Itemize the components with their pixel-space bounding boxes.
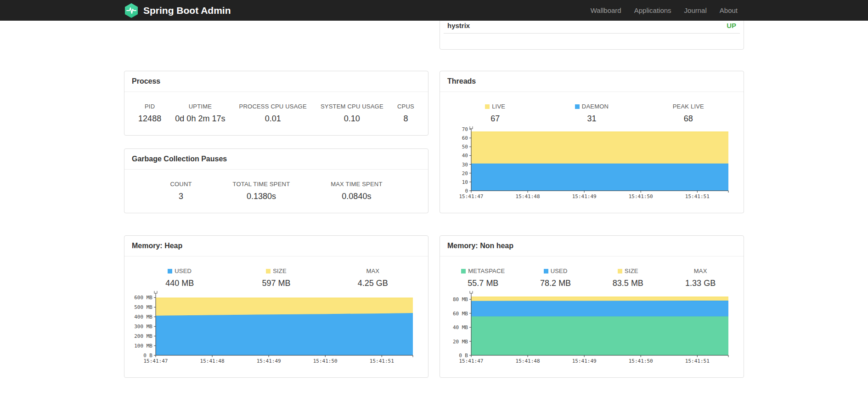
memory-nonheap-panel-title: Memory: Non heap — [440, 236, 744, 256]
svg-text:600 MB: 600 MB — [134, 295, 152, 301]
gc-panel-title: Garbage Collection Pauses — [124, 149, 428, 170]
top-navbar: Spring Boot Admin Wallboard Applications… — [0, 0, 868, 21]
svg-text:40 MB: 40 MB — [452, 325, 468, 330]
metric-process-cpu-usage: PROCESS CPU USAGE 0.01 — [239, 103, 307, 124]
metric-gc-max-time: MAX TIME SPENT 0.0840s — [331, 181, 382, 201]
metric-value: 3 — [170, 192, 192, 201]
metric-value: 8 — [397, 114, 414, 124]
svg-text:15:41:51: 15:41:51 — [369, 358, 394, 364]
svg-text:60 MB: 60 MB — [452, 311, 468, 317]
svg-text:15:41:48: 15:41:48 — [515, 194, 540, 199]
content-area: Process PID 12488 UPTIME 0d 0h 2m 17s PR… — [124, 0, 744, 378]
svg-text:15:41:51: 15:41:51 — [685, 358, 709, 364]
svg-text:15:41:48: 15:41:48 — [515, 358, 540, 364]
nav-links: Wallboard Applications Journal About — [584, 0, 744, 21]
svg-text:20: 20 — [462, 171, 468, 177]
garbage-collection-panel: Garbage Collection Pauses COUNT 3 TOTAL … — [124, 148, 428, 213]
svg-text:100 MB: 100 MB — [134, 343, 152, 349]
live-swatch — [485, 104, 490, 109]
svg-text:15:41:47: 15:41:47 — [459, 358, 483, 364]
svg-text:80 MB: 80 MB — [452, 296, 468, 302]
metric-heap-used: USED 440 MB — [131, 268, 228, 288]
size-swatch — [618, 269, 622, 273]
brand-title: Spring Boot Admin — [143, 5, 231, 16]
memory-nonheap-legend: METASPACE 55.7 MB USED 78.2 MB SIZE 83.5… — [440, 256, 744, 288]
spring-boot-admin-logo-icon — [124, 3, 139, 18]
used-swatch — [168, 269, 172, 273]
process-panel-title: Process — [124, 71, 428, 92]
metric-nonheap-size: SIZE 83.5 MB — [592, 268, 665, 288]
svg-text:15:41:51: 15:41:51 — [685, 194, 709, 199]
svg-text:10: 10 — [462, 179, 468, 185]
metric-value: 0.0840s — [331, 192, 382, 201]
svg-text:15:41:49: 15:41:49 — [572, 194, 596, 199]
svg-text:200 MB: 200 MB — [134, 333, 152, 339]
svg-text:500 MB: 500 MB — [134, 304, 152, 310]
metric-value: 78.2 MB — [519, 279, 592, 288]
svg-text:15:41:47: 15:41:47 — [459, 194, 483, 199]
metric-label: MAX — [664, 268, 737, 274]
memory-heap-panel: Memory: Heap USED 440 MB SIZE 597 MB MAX… — [124, 235, 428, 378]
metric-label: CPUS — [397, 103, 414, 110]
brand-link[interactable]: Spring Boot Admin — [124, 3, 231, 18]
memory-nonheap-panel: Memory: Non heap METASPACE 55.7 MB USED … — [440, 235, 744, 378]
metric-label: PROCESS CPU USAGE — [239, 103, 307, 110]
memory-nonheap-chart: 0 B20 MB40 MB60 MB80 MB15:41:4715:41:481… — [447, 291, 737, 364]
svg-text:60: 60 — [462, 135, 468, 141]
svg-text:15:41:50: 15:41:50 — [628, 194, 653, 199]
metric-label: SIZE — [228, 268, 324, 274]
metric-value: 597 MB — [228, 279, 324, 288]
metric-threads-peak-live: PEAK LIVE 68 — [640, 103, 737, 124]
daemon-swatch — [575, 104, 580, 109]
metric-value: 440 MB — [131, 279, 228, 288]
svg-text:15:41:47: 15:41:47 — [143, 358, 168, 364]
metric-gc-count: COUNT 3 — [170, 181, 192, 201]
memory-heap-legend: USED 440 MB SIZE 597 MB MAX 4.25 GB — [124, 256, 428, 288]
health-status-badge: UP — [727, 22, 736, 29]
metric-heap-size: SIZE 597 MB — [228, 268, 324, 288]
metric-pid: PID 12488 — [138, 103, 161, 124]
svg-text:50: 50 — [462, 144, 468, 150]
metric-uptime: UPTIME 0d 0h 2m 17s — [175, 103, 225, 124]
metric-value: 0d 0h 2m 17s — [175, 114, 225, 124]
svg-text:20 MB: 20 MB — [452, 339, 468, 345]
metric-threads-live: LIVE 67 — [447, 103, 543, 124]
gc-metrics: COUNT 3 TOTAL TIME SPENT 0.1380s MAX TIM… — [124, 170, 428, 201]
metric-value: 1.33 GB — [664, 279, 737, 288]
navbar-inner: Spring Boot Admin Wallboard Applications… — [124, 0, 744, 21]
metric-value: 0.10 — [321, 114, 383, 124]
metric-value: 55.7 MB — [447, 279, 519, 288]
metric-label: SYSTEM CPU USAGE — [321, 103, 383, 110]
metric-label: METASPACE — [447, 268, 519, 274]
metaspace-swatch — [461, 269, 466, 273]
svg-text:40: 40 — [462, 153, 468, 159]
metric-label: MAX TIME SPENT — [331, 181, 382, 188]
svg-text:15:41:50: 15:41:50 — [628, 358, 653, 364]
metric-value: 4.25 GB — [325, 279, 421, 288]
metric-value: 83.5 MB — [592, 279, 665, 288]
metric-nonheap-max: MAX 1.33 GB — [664, 268, 737, 288]
nav-item-wallboard[interactable]: Wallboard — [584, 0, 628, 21]
metric-label: COUNT — [170, 181, 192, 188]
metric-nonheap-used: USED 78.2 MB — [519, 268, 592, 288]
metric-threads-daemon: DAEMON 31 — [543, 103, 640, 124]
metric-label: SIZE — [592, 268, 665, 274]
svg-text:30: 30 — [462, 162, 468, 168]
process-metrics: PID 12488 UPTIME 0d 0h 2m 17s PROCESS CP… — [124, 92, 428, 124]
metric-value: 0.1380s — [233, 192, 290, 201]
metric-nonheap-metaspace: METASPACE 55.7 MB — [447, 268, 519, 288]
nav-item-applications[interactable]: Applications — [628, 0, 678, 21]
svg-text:15:41:49: 15:41:49 — [572, 358, 596, 364]
process-panel: Process PID 12488 UPTIME 0d 0h 2m 17s PR… — [124, 71, 428, 136]
svg-text:15:41:50: 15:41:50 — [313, 358, 337, 364]
used-swatch — [544, 269, 548, 273]
svg-text:15:41:48: 15:41:48 — [200, 358, 224, 364]
metric-system-cpu-usage: SYSTEM CPU USAGE 0.10 — [321, 103, 383, 124]
svg-text:15:41:49: 15:41:49 — [256, 358, 281, 364]
metric-label: LIVE — [447, 103, 543, 110]
nav-item-journal[interactable]: Journal — [678, 0, 713, 21]
metric-value: 12488 — [138, 114, 161, 124]
nav-item-about[interactable]: About — [713, 0, 744, 21]
threads-panel: Threads LIVE 67 DAEMON 31 PEAK LIVE 68 0… — [440, 71, 744, 213]
svg-text:400 MB: 400 MB — [134, 314, 152, 320]
